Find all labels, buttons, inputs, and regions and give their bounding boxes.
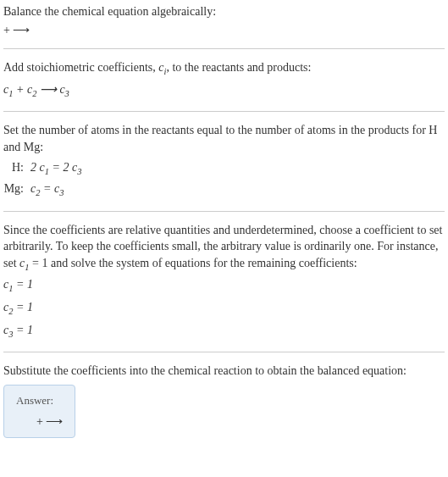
atom-label-mg: Mg: <box>3 180 30 198</box>
atom-row-mg: Mg: c2 = c3 <box>3 180 445 201</box>
h-lhs-coef: 2 <box>30 161 40 174</box>
section-substitute: Substitute the coefficients into the che… <box>3 363 445 438</box>
h-rhs-coef: 2 <box>63 161 72 174</box>
section2-title: Add stoichiometric coefficients, ci, to … <box>3 59 445 78</box>
section2-title-post: , to the reactants and products: <box>166 61 311 74</box>
atom-eq-h: 2 c1 = 2 c3 <box>30 158 81 180</box>
l3-val: = 1 <box>13 324 32 336</box>
answer-label: Answer: <box>16 394 63 408</box>
section1-eq: + ⟶ <box>3 22 445 39</box>
arrow: ⟶ <box>36 83 59 96</box>
section1-title: Balance the chemical equation algebraica… <box>3 3 445 20</box>
atom-row-h: H: 2 c1 = 2 c3 <box>3 158 445 180</box>
l1-val: = 1 <box>13 278 32 291</box>
atom-table: H: 2 c1 = 2 c3 Mg: c2 = c3 <box>3 158 445 200</box>
c3-sub: 3 <box>65 88 69 97</box>
solve-line-1: c1 = 1 <box>3 275 445 297</box>
section2-eq: c1 + c2 ⟶ c3 <box>3 80 445 102</box>
section5-title: Substitute the coefficients into the che… <box>3 363 445 380</box>
section-balance: Balance the chemical equation algebraica… <box>3 3 445 38</box>
h-rhs-sub: 3 <box>77 167 81 176</box>
solve-line-3: c3 = 1 <box>3 321 445 342</box>
section-coefficients: Add stoichiometric coefficients, ci, to … <box>3 59 445 101</box>
section2-title-pre: Add stoichiometric coefficients, <box>3 61 158 74</box>
section-atoms: Set the number of atoms in the reactants… <box>3 122 445 200</box>
solve-line-2: c2 = 1 <box>3 298 445 319</box>
atom-label-h: H: <box>3 158 30 177</box>
divider-1 <box>3 48 445 49</box>
mg-rhs-sub: 3 <box>59 188 64 197</box>
answer-eq: + ⟶ <box>16 414 63 429</box>
divider-4 <box>3 352 445 352</box>
section4-post: and solve the system of equations for th… <box>47 257 357 269</box>
h-eq: = <box>49 161 63 174</box>
section-solve: Since the coefficients are relative quan… <box>3 222 445 341</box>
atom-eq-mg: c2 = c3 <box>30 180 64 201</box>
section4-title: Since the coefficients are relative quan… <box>3 222 445 275</box>
divider-2 <box>3 111 445 112</box>
answer-box: Answer: + ⟶ <box>3 385 75 438</box>
mg-eq: = <box>40 182 53 195</box>
divider-3 <box>3 211 445 212</box>
section4-mid: = 1 <box>30 257 48 269</box>
l2-val: = 1 <box>13 301 32 313</box>
section3-title: Set the number of atoms in the reactants… <box>3 122 445 155</box>
plus: + <box>13 83 26 96</box>
